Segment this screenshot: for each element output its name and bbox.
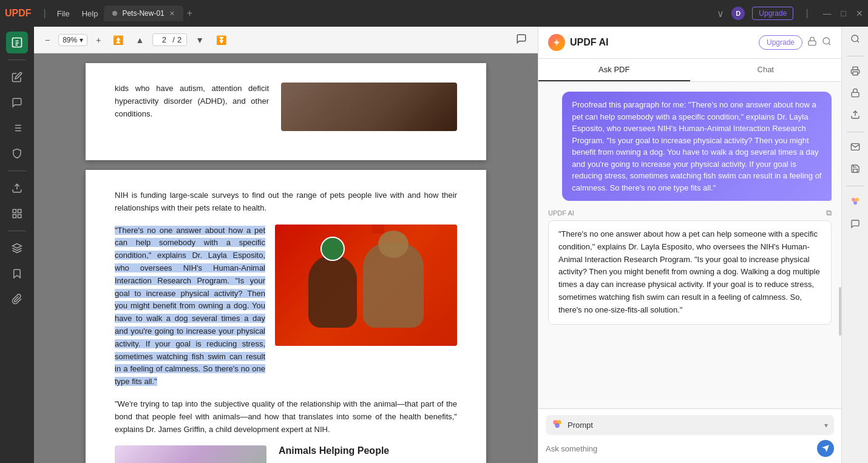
pdf-highlight: "There's no one answer about how a pet c…: [115, 226, 265, 387]
zoom-value: 89%: [63, 36, 77, 44]
tab-chat[interactable]: Chat: [690, 59, 842, 81]
svg-point-17: [855, 198, 859, 201]
ask-input[interactable]: [546, 444, 812, 453]
menu-file[interactable]: File: [57, 9, 70, 18]
sep1: |: [44, 8, 46, 19]
ai-upgrade-btn[interactable]: Upgrade: [759, 35, 802, 50]
ai-title-area: UPDF AI: [548, 34, 608, 51]
lock-icon[interactable]: [807, 36, 817, 49]
sidebar-icon-annotate[interactable]: [6, 92, 28, 113]
left-sidebar: [0, 27, 34, 463]
dog-elf-hat: [372, 225, 384, 234]
sidebar-icon-attachment[interactable]: [6, 288, 28, 310]
pdf-quote2: "We're trying to tap into the subjective…: [115, 398, 457, 436]
nav-next-btn[interactable]: ▼: [192, 33, 208, 47]
pdf-animals-text: Animals Helping People Animals can serve…: [279, 445, 457, 463]
sidebar-sep-3: [8, 231, 26, 231]
ai-header-right: Upgrade: [759, 35, 832, 50]
r-share-icon[interactable]: [848, 107, 863, 124]
toolbar: − 89% ▾ + ⏫ ▲ 2 / 2 ▼ ⏬: [34, 27, 538, 53]
tab-dot: [112, 11, 117, 16]
svg-point-18: [853, 201, 857, 204]
svg-rect-7: [809, 41, 816, 45]
tab-ask-pdf[interactable]: Ask PDF: [538, 59, 690, 81]
upgrade-button[interactable]: Upgrade: [752, 7, 793, 20]
r-search-icon[interactable]: [848, 32, 863, 49]
right-sidebar: [841, 27, 868, 463]
sidebar-icon-reader[interactable]: [6, 32, 28, 53]
msg-user-1-text: Proofread this paragraph for me: "There'…: [572, 100, 821, 192]
prompt-bar[interactable]: Prompt ▾: [546, 415, 834, 435]
menu-help[interactable]: Help: [82, 9, 98, 18]
r-mail-icon[interactable]: [848, 140, 863, 157]
dog-hat: [320, 237, 345, 261]
r-comment-icon[interactable]: [848, 217, 863, 234]
r-sep-3: [847, 186, 864, 186]
pdf-view[interactable]: kids who have autism, attention deficit …: [34, 53, 538, 463]
pdf-image-dogs: [275, 225, 457, 346]
pdf-image-cat: [281, 83, 457, 131]
ai-logo: [548, 34, 565, 51]
scrollbar[interactable]: [839, 287, 841, 336]
app-logo: UPDF: [5, 8, 32, 19]
svg-rect-3: [18, 209, 21, 212]
tab-name: Pets-New-01: [122, 9, 164, 18]
nav-prev-btn[interactable]: ▲: [132, 33, 147, 47]
msg-user-1: Proofread this paragraph for me: "There'…: [562, 92, 832, 201]
ai-input-area: Prompt ▾: [538, 408, 841, 463]
r-print-icon[interactable]: [848, 64, 863, 81]
pdf-highlighted-text: "There's no one answer about how a pet c…: [115, 225, 265, 388]
ai-title: UPDF AI: [570, 37, 608, 48]
sidebar-icon-bookmark[interactable]: [6, 263, 28, 285]
active-tab[interactable]: Pets-New-01 ✕: [104, 5, 183, 21]
comment-btn[interactable]: [512, 31, 531, 49]
dog2-head: [378, 231, 409, 258]
sidebar-icon-protect[interactable]: [6, 143, 28, 164]
r-lock-icon[interactable]: [848, 86, 863, 103]
maximize-button[interactable]: □: [841, 8, 846, 18]
svg-rect-5: [13, 215, 16, 218]
r-ai-icon[interactable]: [847, 194, 863, 212]
sidebar-icon-pages[interactable]: [6, 117, 28, 139]
pdf-section-title: Animals Helping People: [279, 445, 457, 456]
pdf-column: − 89% ▾ + ⏫ ▲ 2 / 2 ▼ ⏬: [34, 27, 538, 463]
minimize-button[interactable]: —: [823, 8, 832, 18]
sidebar-sep-1: [8, 59, 26, 60]
new-tab-btn[interactable]: +: [187, 8, 192, 19]
svg-rect-14: [852, 92, 859, 96]
pdf-highlighted-section: "There's no one answer about how a pet c…: [115, 225, 265, 388]
sidebar-icon-layers[interactable]: [6, 237, 28, 259]
pdf-animals-section: Animals Helping People Animals can serve…: [115, 445, 457, 463]
titlebar-right: ∨ D Upgrade | — □ ✕: [717, 7, 863, 20]
msg-ai-1-content: "There's no one answer about how a pet c…: [548, 220, 832, 325]
svg-rect-4: [18, 215, 21, 218]
prompt-chevron-icon[interactable]: ▾: [824, 421, 828, 430]
nav-top-btn[interactable]: ⏫: [109, 33, 127, 47]
r-sep-2: [847, 132, 864, 132]
svg-point-16: [852, 198, 855, 201]
ai-messages[interactable]: Proofread this paragraph for me: "There'…: [538, 82, 841, 408]
zoom-out-btn[interactable]: −: [41, 33, 53, 47]
pdf-image-flowers: [115, 445, 266, 463]
zoom-arrow: ▾: [80, 36, 83, 44]
sidebar-icon-ocr[interactable]: [6, 203, 28, 225]
tab-close[interactable]: ✕: [169, 10, 175, 18]
search-icon[interactable]: [822, 36, 832, 49]
msg-ai-1: UPDF AI ⧉ "There's no one answer about h…: [548, 208, 832, 325]
zoom-display: 89% ▾: [58, 34, 87, 46]
r-sep-1: [847, 56, 864, 56]
ai-panel: UPDF AI Upgrade Ask PDF Chat Proofread t…: [538, 27, 841, 463]
pdf-page-top: kids who have autism, attention deficit …: [86, 63, 486, 160]
page-current[interactable]: 2: [158, 35, 170, 44]
r-save-icon[interactable]: [848, 161, 863, 178]
dropdown-icon[interactable]: ∨: [717, 8, 724, 19]
copy-icon[interactable]: ⧉: [826, 208, 832, 218]
dog1: [308, 255, 357, 328]
nav-bottom-btn[interactable]: ⏬: [212, 33, 230, 47]
sidebar-icon-export[interactable]: [6, 177, 28, 199]
zoom-in-btn[interactable]: +: [92, 33, 104, 47]
pdf-image-block: "There's no one answer about how a pet c…: [115, 225, 457, 388]
sidebar-icon-edit[interactable]: [6, 66, 28, 88]
close-button[interactable]: ✕: [856, 8, 863, 18]
send-button[interactable]: [817, 440, 834, 457]
